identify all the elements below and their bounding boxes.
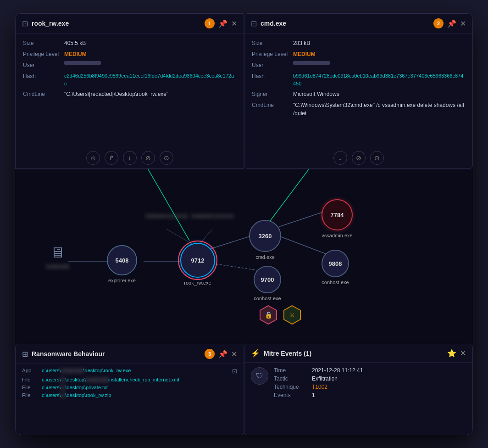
mitre-tactic-value: Exfiltration [312,375,338,382]
ransomware-hex-svg: 🔒 [258,305,278,325]
node-vssadmin[interactable]: 7784 vssadmin.exe [322,199,353,238]
rook-priv-label: Privilege Level [23,50,64,58]
cmd-size-label: Size [252,39,293,47]
mitre-events-value: 1 [312,392,315,398]
mitre-events-label: Events [274,392,308,398]
ransomware-file-1: File c:\users\[r]\desktop\[redacted]inst… [22,377,237,382]
ransomware-close-btn[interactable]: ✕ [231,350,237,358]
svg-text:⚔: ⚔ [289,311,295,319]
ransomware-file-2: File c:\users\[r]\desktop\private.txt [22,385,237,390]
cmd-panel-title: cmd.exe [261,20,430,27]
bottom-panels: ⊞ Ransomware Behaviour 3 📌 ✕ App c:\user… [15,344,473,435]
cmd-user-row: User [252,61,465,69]
mitre-technique-value[interactable]: T1002 [312,384,327,390]
node-explorer-label: explorer.exe [108,278,136,283]
mitre-event-icon: 🛡 [251,367,268,385]
node-rook-rw[interactable]: 9712 rook_rw.exe [180,243,215,286]
rook-action-5[interactable]: ⊙ [160,151,173,165]
node-conhost-1[interactable]: 9700 conhost.exe [254,266,281,301]
node-explorer[interactable]: 5408 explorer.exe [107,245,137,283]
graph-svg [15,169,473,344]
cmd-pin-icon[interactable]: 📌 [447,19,456,28]
ransomware-app-label: App [22,368,38,373]
cmd-user-label: User [252,61,293,69]
rook-user-label: User [23,61,64,69]
node-blurred-1[interactable]: [redacted process] [146,213,188,218]
ransomware-panel-title: Ransomware Behaviour [32,350,201,358]
cmd-priv-value: MEDIUM [293,50,316,58]
ransomware-app-row: App c:\users\[redacted]\desktop\rook_rw.… [22,368,237,375]
cmd-size-row: Size 283 kB [252,39,465,47]
cmd-action-2[interactable]: ⊘ [352,151,366,165]
node-conhost-2[interactable]: 9808 conhost.exe [322,250,349,285]
rook-title-icon: ⊡ [22,19,28,28]
node-blurred-2[interactable]: [redacted process] [192,213,233,218]
mitre-panel-title: Mitre Events (1) [264,350,444,357]
node-computer[interactable]: 🖥 [redacted] [46,244,69,269]
node-vssadmin-label: vssadmin.exe [322,233,352,238]
cmd-cmdline-label: CmdLine [252,101,293,118]
node-conhost1-circle: 9700 [254,266,281,293]
cmd-close-btn[interactable]: ✕ [460,19,466,28]
cmd-action-1[interactable]: ↓ [333,151,347,165]
redacted-user-2: [r] [61,377,66,382]
main-container: ⊡ rook_rw.exe 1 📌 ✕ Size 405.5 kB Privil… [15,13,473,435]
mitre-body: 🛡 Time 2021-12-28 11:12:41 Tactic Exfilt… [244,363,472,403]
mitre-time-value: 2021-12-28 11:12:41 [312,367,363,374]
cmd-cmdline-value: "C:\Windows\System32\cmd.exe" /c vssadmi… [293,101,465,118]
mitre-time-row: Time 2021-12-28 11:12:41 [274,367,363,374]
rook-user-row: User [23,61,236,69]
file-path-2: c:\users\[r]\desktop\private.txt [42,385,108,390]
cmd-priv-label: Privilege Level [252,50,293,58]
rook-close-btn[interactable]: ✕ [231,19,237,28]
panel-rook-rw: ⊡ rook_rw.exe 1 📌 ✕ Size 405.5 kB Privil… [15,13,244,169]
ransomware-file-3: File c:\users\[r]\desktop\rook_rw.zip [22,392,237,398]
rook-size-label: Size [23,39,64,47]
mitre-technique-label: Technique [274,384,308,390]
node-rook-circle: 9712 [180,243,215,278]
cmd-priv-row: Privilege Level MEDIUM [252,50,465,58]
mitre-events-row: Events 1 [274,392,363,398]
rook-panel-title: rook_rw.exe [32,20,201,27]
file-path-1: c:\users\[r]\desktop\[redacted]installer… [42,377,179,382]
rook-action-2[interactable]: ↱ [105,151,118,165]
node-vssadmin-circle: 7784 [322,199,353,230]
ransomware-badge: 3 [205,349,215,359]
ransomware-header: ⊞ Ransomware Behaviour 3 📌 ✕ [16,344,244,364]
file-label-3: File [22,392,38,398]
cmd-signer-value: Microsoft Windows [293,90,339,98]
mitre-event-row: 🛡 Time 2021-12-28 11:12:41 Tactic Exfilt… [251,367,466,398]
rook-action-4[interactable]: ⊘ [141,151,155,165]
node-cmd[interactable]: 3260 cmd.exe [249,220,281,260]
mitre-tactic-label: Tactic [274,375,308,382]
rook-hash-label: Hash [23,72,64,87]
cmd-action-3[interactable]: ⊙ [370,151,384,165]
copy-icon[interactable]: ⊡ [232,368,237,375]
cmd-hash-row: Hash b99d61d874728edc0918ca0eb10eab93d38… [252,72,465,87]
node-cmd-circle: 3260 [249,220,281,252]
rook-badge: 1 [205,18,215,28]
mitre-hex-icon[interactable]: ⚔ [282,305,302,325]
ransomware-pin-icon[interactable]: 📌 [218,350,227,358]
mitre-title-icon: ⚡ [251,349,260,358]
rook-size-value: 405.5 kB [64,39,86,47]
mitre-header: ⚡ Mitre Events (1) ⭐ ✕ [244,344,472,363]
cmd-badge: 2 [433,18,444,28]
rook-cmdline-value: "C:\Users\[redacted]\Desktop\rook_rw.exe… [64,90,168,98]
rook-action-3[interactable]: ↓ [123,151,137,165]
rook-action-1[interactable]: ⎋ [86,151,100,165]
rook-user-bar [64,61,101,65]
cmd-panel-footer: ↓ ⊘ ⊙ [244,147,472,168]
panel-rook-header: ⊡ rook_rw.exe 1 📌 ✕ [16,14,244,34]
panel-ransomware: ⊞ Ransomware Behaviour 3 📌 ✕ App c:\user… [15,344,244,435]
svg-text:🔒: 🔒 [265,311,273,319]
cmd-hash-label: Hash [252,72,293,87]
ransomware-hex-icon[interactable]: 🔒 [258,305,278,325]
node-cmd-label: cmd.exe [255,254,275,260]
rook-pin-icon[interactable]: 📌 [218,19,227,28]
mitre-pin-icon[interactable]: ⭐ [447,349,456,358]
mitre-close-btn[interactable]: ✕ [460,349,466,358]
computer-label: [redacted] [46,263,69,269]
file-path-3: c:\users\[r]\desktop\rook_rw.zip [42,392,111,398]
node-explorer-circle: 5408 [107,245,137,275]
